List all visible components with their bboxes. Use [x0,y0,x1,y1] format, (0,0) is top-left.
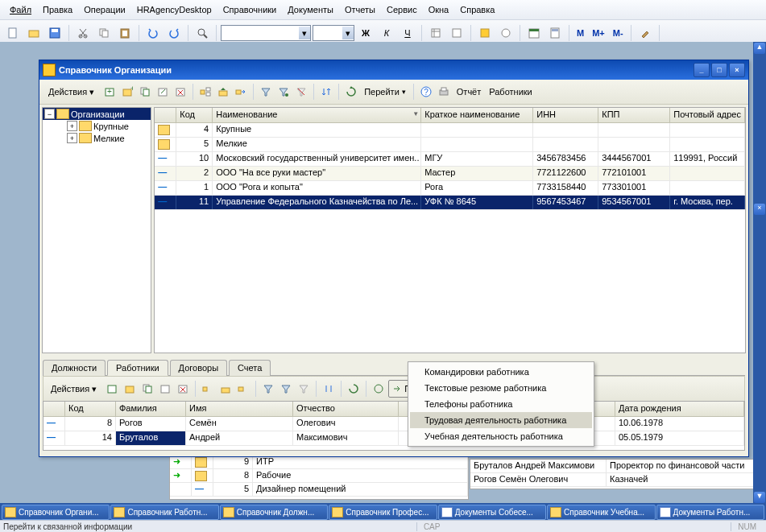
tree-item[interactable]: + Мелкие [65,132,151,144]
table-row[interactable]: —8РоговСемёнОлегович10.06.1978 [43,417,744,431]
col-inn[interactable]: ИНН [533,108,598,122]
d-filter-off-icon[interactable] [296,381,312,397]
goto-button[interactable]: Перейти▾ [361,84,409,100]
m-minus-button[interactable]: M- [610,28,627,38]
d-refresh2-icon[interactable] [371,381,387,397]
toolbar-icon-3[interactable] [475,23,495,43]
redo-icon[interactable] [164,23,184,43]
menu-reports[interactable]: Отчеты [340,3,380,16]
col-icon[interactable] [155,108,176,122]
menu-item[interactable]: Телефоны работника [410,396,592,412]
col-addr[interactable]: Почтовый адрес [670,108,745,122]
expand-icon[interactable]: + [67,121,77,131]
d-refresh-icon[interactable] [346,381,362,397]
menu-edit[interactable]: Правка [38,3,77,16]
menu-item[interactable]: Текстовые резюме работника [410,380,592,396]
toolbar-icon-4[interactable] [496,23,515,43]
col-code[interactable]: Код [176,108,213,122]
paste-icon[interactable] [115,23,135,43]
tab-workers[interactable]: Работники [107,360,168,376]
col-middlename[interactable]: Отчество [293,402,399,416]
table-row[interactable]: —2ООО "На все руки мастер"Мастер77211226… [155,167,745,181]
d-add-group-icon[interactable] [122,381,138,397]
col-short[interactable]: Краткое наименование [421,108,533,122]
taskbar-item[interactable]: Справочник Учебна... [547,505,655,520]
tab-positions[interactable]: Должности [43,360,106,376]
refresh-icon[interactable] [343,84,359,100]
menu-operations[interactable]: Операции [79,3,130,16]
tree-root[interactable]: − Организации [43,108,151,120]
actions-dropdown[interactable]: Действия▾ [43,83,100,101]
table-row[interactable]: ➜8Рабочие [170,469,468,483]
help-icon[interactable]: ? [418,84,434,100]
cut-icon[interactable] [73,23,93,43]
d-filter1-icon[interactable] [260,381,276,397]
maximize-button[interactable]: □ [711,63,727,77]
mark-delete-icon[interactable] [172,84,188,100]
table-row[interactable]: 4Крупные [155,123,745,138]
close-button[interactable]: × [729,63,745,77]
print-icon[interactable] [436,84,452,100]
copy-icon[interactable] [94,23,114,43]
toolbar-icon-1[interactable] [426,23,445,43]
col-kpp[interactable]: КПП [598,108,670,122]
col-firstname[interactable]: Имя [186,402,293,416]
tab-contracts[interactable]: Договоры [170,360,227,376]
add-icon[interactable]: + [101,84,118,100]
minimize-button[interactable]: _ [694,63,710,77]
tools-icon[interactable] [636,23,655,43]
col-name[interactable]: Наименование [213,108,421,122]
d-delete-icon[interactable] [175,381,191,397]
menu-file[interactable]: Файл [5,3,36,16]
taskbar-item[interactable]: Документы Работн... [656,505,764,520]
move-folder-icon[interactable] [233,84,249,100]
calculator-icon[interactable] [545,23,565,43]
scroll-down-icon[interactable]: ▼ [754,492,765,503]
mdi-scrollbar[interactable]: ▲ × ▼ [753,42,766,505]
table-row[interactable]: —1ООО "Рога и копыта"Рога773315844077330… [155,181,745,196]
m-plus-button[interactable]: M+ [589,28,608,38]
new-doc-icon[interactable] [3,23,23,43]
find-icon[interactable] [193,23,212,43]
workers-grid[interactable]: Код Фамилия Имя Отчество Дата рождения —… [43,401,745,451]
d-filter2-icon[interactable] [278,381,294,397]
hierarchy-icon[interactable] [197,84,213,100]
workers-button[interactable]: Работники [486,84,535,100]
undo-icon[interactable] [143,23,163,43]
underline-icon[interactable]: Ч [398,23,417,43]
menu-item[interactable]: Учебная деятельность работника [410,428,592,444]
menu-hragency[interactable]: HRAgencyDesktop [132,3,217,16]
table-row[interactable]: Бруталов Андрей МаксимовиПроректор по фи… [470,460,759,473]
toolbar-icon-2[interactable] [447,23,466,43]
report-button[interactable]: Отчёт [453,84,484,100]
col-birthdate[interactable]: Дата рождения [615,402,744,416]
table-row[interactable]: ➜9ИТР [170,456,468,469]
m-recall-button[interactable]: M [573,28,587,38]
taskbar-item[interactable]: Справочник Работн... [110,505,218,520]
expand-icon[interactable]: + [67,133,77,143]
table-row[interactable]: —10Московский государственный университе… [155,152,745,167]
col-lastname[interactable]: Фамилия [116,402,186,416]
goto-popup-menu[interactable]: Командировки работника Текстовые резюме … [408,361,594,447]
col-code[interactable]: Код [65,402,116,416]
collapse-icon[interactable]: − [44,109,55,119]
detail-actions-dropdown[interactable]: Действия▾ [45,380,102,398]
filter1-icon[interactable] [258,84,274,100]
taskbar-item[interactable]: Справочник Органи... [2,505,110,520]
add-copy-icon[interactable] [137,84,153,100]
tab-accounts[interactable]: Счета [229,360,271,376]
add-group-icon[interactable]: + [119,84,135,100]
taskbar-item[interactable]: Справочник Профес... [329,505,437,520]
org-grid[interactable]: Код Наименование Краткое наименование ИН… [154,107,746,353]
tree-item[interactable]: + Крупные [65,120,151,132]
filter2-icon[interactable] [275,84,292,100]
filter-off-icon[interactable] [293,84,309,100]
table-row[interactable]: —11Управление Федерального Казначейства … [155,196,745,210]
menu-help[interactable]: Справка [455,3,499,16]
d-sort-icon[interactable] [321,381,337,397]
d-up-icon[interactable] [217,381,234,397]
size-combo[interactable]: ▾ [313,25,354,41]
menu-windows[interactable]: Окна [424,3,454,16]
bold-icon[interactable]: Ж [356,23,375,43]
taskbar-item[interactable]: Документы Собесе... [438,505,546,520]
